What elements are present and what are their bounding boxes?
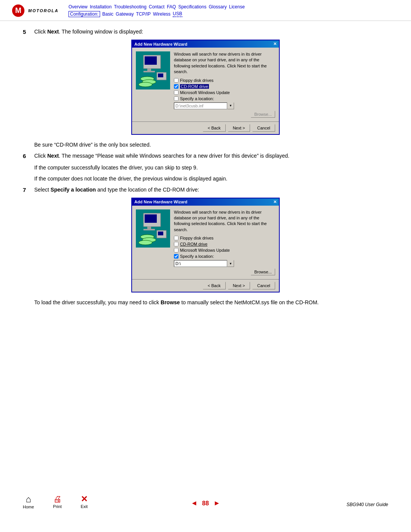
floppy-checkbox-2[interactable]: [174, 236, 178, 240]
dialog-1-dropdown-icon[interactable]: ▼: [227, 102, 234, 109]
step-5-note: Be sure “CD-ROM drive” is the only box s…: [34, 141, 388, 149]
dialog-1-checkbox-cdrom: CD-ROM drive: [174, 84, 275, 89]
dialog-1-checkbox-winupdate: Microsoft Windows Update: [174, 90, 275, 95]
step-6-note-1: If the computer successfully locates the…: [34, 164, 388, 172]
home-button[interactable]: ⌂ Home: [23, 494, 34, 509]
cdrom-label-1: CD-ROM drive: [180, 84, 209, 89]
dialog-2-checkbox-winupdate: Microsoft Windows Update: [174, 248, 275, 252]
dialog-2-checkbox-specify: Specify a location:: [174, 254, 275, 259]
dialog-2-body: Windows will search for new drivers in i…: [132, 206, 279, 280]
print-button[interactable]: 🖨 Print: [53, 494, 62, 509]
logo-area: M MOTOROLA: [11, 4, 61, 18]
nav-faq[interactable]: FAQ: [167, 4, 176, 10]
motorola-logo-icon: M: [11, 4, 25, 18]
svg-rect-14: [145, 214, 157, 223]
cdrom-checkbox-1[interactable]: [174, 84, 178, 89]
svg-rect-15: [147, 227, 151, 229]
nav-wireless[interactable]: Wireless: [153, 11, 170, 17]
guide-text: SBG940 User Guide: [347, 502, 388, 507]
print-label: Print: [53, 504, 62, 509]
dialog-2-desc: Windows will search for new drivers in i…: [174, 209, 275, 233]
dialog-2-title: Add New Hardware Wizard: [134, 200, 187, 204]
home-icon: ⌂: [25, 494, 31, 505]
nav-troubleshooting[interactable]: Troubleshooting: [114, 4, 147, 10]
dialog-2-close-icon[interactable]: ✕: [273, 200, 277, 204]
floppy-label-1: Floppy disk drives: [180, 78, 213, 83]
winupdate-label-2: Microsoft Windows Update: [180, 248, 230, 252]
dialog-2-next-button[interactable]: Next >: [228, 282, 250, 289]
dialog-2-checkbox-cdrom: CD-ROM drive: [174, 242, 275, 246]
svg-rect-6: [143, 71, 155, 72]
nav-license[interactable]: License: [229, 4, 245, 10]
svg-rect-4: [145, 56, 157, 65]
cdrom-label-2: CD-ROM drive: [180, 242, 207, 246]
dialog-1-body: Windows will search for new drivers in i…: [132, 48, 279, 121]
dialog-1-next-button[interactable]: Next >: [228, 124, 250, 132]
dialog-1-footer: < Back Next > Cancel: [132, 121, 279, 134]
svg-point-19: [139, 240, 152, 245]
exit-label: Exit: [81, 504, 88, 509]
dialog-2-path-input[interactable]: [174, 260, 227, 267]
step-5-number: 5: [23, 29, 30, 35]
nav-specifications[interactable]: Specifications: [178, 4, 206, 10]
dialog-2-footer: < Back Next > Cancel: [132, 279, 279, 292]
cdrom-checkbox-2[interactable]: [174, 242, 178, 246]
svg-point-9: [139, 82, 152, 87]
prev-page-button[interactable]: ◄: [191, 499, 198, 507]
nav-main-row: Overview Installation Troubleshooting Co…: [68, 4, 245, 10]
dialog-2-titlebar: Add New Hardware Wizard ✕: [132, 198, 279, 206]
specify-label-1: Specify a location:: [180, 96, 214, 101]
specify-checkbox-2[interactable]: [174, 254, 178, 259]
step-7-text: Select Specify a location and type the l…: [34, 187, 199, 193]
exit-icon: ✕: [81, 494, 88, 504]
dialog-2-dropdown-icon[interactable]: ▼: [227, 260, 234, 267]
page-number: 88: [202, 500, 209, 507]
nav-glossary[interactable]: Glossary: [209, 4, 226, 10]
nav-usb[interactable]: USB: [173, 11, 182, 17]
nav-area: Overview Installation Troubleshooting Co…: [68, 4, 245, 17]
nav-basic[interactable]: Basic: [102, 11, 113, 17]
dialog-1: Add New Hardware Wizard ✕: [131, 40, 280, 135]
wizard-illustration-1: [136, 51, 170, 89]
dialog-1-close-icon[interactable]: ✕: [273, 42, 277, 46]
dialog-2-checkbox-floppy: Floppy disk drives: [174, 236, 275, 240]
step-7-number: 7: [23, 187, 30, 193]
floppy-label-2: Floppy disk drives: [180, 236, 213, 240]
winupdate-checkbox-1[interactable]: [174, 90, 178, 95]
dialog-1-desc: Windows will search for new drivers in i…: [174, 51, 275, 75]
next-page-button[interactable]: ►: [213, 499, 220, 507]
nav-config-label: Configuration:: [68, 11, 100, 17]
step-6-text: Click Next. The message “Please wait whi…: [34, 153, 289, 159]
svg-rect-11: [158, 73, 163, 77]
motorola-brand-text: MOTOROLA: [28, 8, 59, 13]
wizard-image-2: [136, 209, 170, 248]
svg-rect-21: [158, 232, 163, 235]
dialog-1-back-button[interactable]: < Back: [203, 124, 226, 132]
nav-contact[interactable]: Contact: [149, 4, 164, 10]
nav-overview[interactable]: Overview: [68, 4, 88, 10]
nav-installation[interactable]: Installation: [90, 4, 112, 10]
dialog-1-cancel-button[interactable]: Cancel: [252, 124, 275, 132]
dialog-1-checkbox-specify: Specify a location:: [174, 96, 275, 101]
dialog-2-cancel-button[interactable]: Cancel: [252, 282, 275, 289]
step-6-number: 6: [23, 153, 30, 159]
dialog-2: Add New Hardware Wizard ✕: [131, 198, 280, 293]
dialog-2-back-button[interactable]: < Back: [203, 282, 226, 289]
dialog-2-content: Windows will search for new drivers in i…: [174, 209, 275, 276]
nav-gateway[interactable]: Gateway: [116, 11, 134, 17]
exit-button[interactable]: ✕ Exit: [81, 494, 88, 509]
nav-tcpip[interactable]: TCP/IP: [136, 11, 151, 17]
winupdate-checkbox-2[interactable]: [174, 248, 178, 252]
specify-checkbox-1[interactable]: [174, 96, 178, 101]
dialog-1-path-input[interactable]: [174, 102, 227, 109]
step-7-note: To load the driver successfully, you may…: [34, 299, 388, 307]
dialog-1-browse-button[interactable]: Browse...: [251, 111, 275, 118]
winupdate-label-1: Microsoft Windows Update: [180, 90, 230, 95]
dialog-2-browse-button[interactable]: Browse...: [251, 268, 275, 275]
page-header: M MOTOROLA Overview Installation Trouble…: [0, 0, 411, 21]
step-7-row: 7 Select Specify a location and type the…: [23, 187, 388, 193]
step-6-note-2: If the computer does not locate the driv…: [34, 175, 388, 183]
dialog-1-titlebar: Add New Hardware Wizard ✕: [132, 40, 279, 48]
dialog-1-checkbox-floppy: Floppy disk drives: [174, 78, 275, 83]
floppy-checkbox-1[interactable]: [174, 78, 178, 83]
